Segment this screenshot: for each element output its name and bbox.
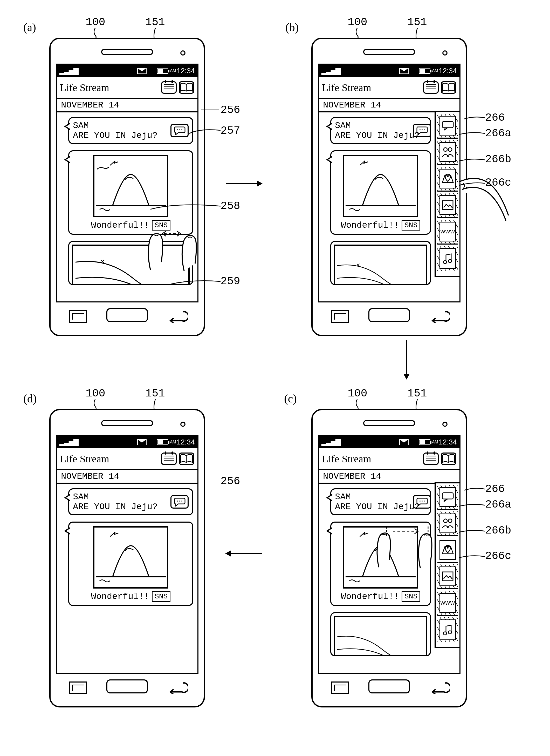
app-header: Life Stream	[319, 448, 459, 469]
mail-icon	[137, 439, 147, 445]
tray-photo-icon[interactable]	[437, 193, 458, 218]
tray-chat-icon[interactable]	[437, 114, 458, 139]
phone-b: ▂▃▅▇ AM 12:34 Life Stream NOVEMBER 14 SA…	[311, 38, 467, 336]
date-text: NOVEMBER 14	[323, 471, 381, 481]
tray-www-icon[interactable]: WWW	[437, 220, 458, 245]
ref-266b-b: 266b	[485, 153, 511, 166]
message-bubble[interactable]: SAM ARE YOU IN Jeju?	[68, 488, 193, 515]
calendar-icon[interactable]	[423, 453, 439, 465]
tray-map-pin-icon[interactable]	[437, 167, 458, 192]
ref-256-a: 256	[221, 104, 240, 116]
battery-icon	[157, 439, 168, 445]
photo-post[interactable]: Wonderful!! SNS	[68, 522, 193, 606]
status-bar: ▂▃▅▇ AM 12:34	[319, 65, 459, 77]
home-button[interactable]	[106, 308, 148, 322]
panel-b-label: (b)	[285, 21, 298, 34]
feed[interactable]: SAM ARE YOU IN Jeju? Wond	[57, 484, 198, 617]
sns-badge[interactable]: SNS	[402, 220, 420, 231]
tray-people-icon[interactable]	[437, 140, 458, 165]
leader	[201, 110, 219, 110]
arrow-b-to-c	[406, 340, 407, 379]
calendar-icon[interactable]	[161, 453, 177, 465]
calendar-icon[interactable]	[423, 81, 439, 94]
ref-266a-c: 266a	[485, 498, 511, 511]
app-title: Life Stream	[60, 82, 159, 94]
menu-button[interactable]	[331, 310, 349, 323]
svg-point-21	[447, 547, 448, 549]
svg-point-23	[177, 501, 178, 502]
home-button[interactable]	[368, 679, 410, 693]
ref-151-a: 151	[145, 16, 165, 29]
chat-icon[interactable]	[171, 124, 189, 137]
home-button[interactable]	[368, 308, 410, 322]
leader	[201, 481, 219, 481]
panel-a-label: (a)	[23, 21, 36, 34]
tray-chat-icon[interactable]	[437, 485, 458, 510]
ref-151-b: 151	[407, 16, 427, 29]
panel-c-label: (c)	[284, 392, 297, 405]
date-text: NOVEMBER 14	[61, 471, 119, 481]
svg-point-7	[424, 129, 425, 130]
status-bar: ▂▃▅▇ AM 12:34	[319, 436, 459, 448]
pinch-gesture-icon	[140, 215, 208, 273]
date-text: NOVEMBER 14	[61, 100, 119, 110]
svg-rect-13	[443, 201, 453, 210]
home-button[interactable]	[106, 679, 148, 693]
svg-point-0	[177, 129, 178, 130]
app-title: Life Stream	[322, 82, 421, 94]
tray-music-icon[interactable]	[437, 617, 458, 642]
menu-button[interactable]	[69, 681, 87, 694]
svg-rect-9	[442, 121, 453, 128]
ref-266-b: 266	[485, 112, 505, 124]
signal-icon: ▂▃▅▇	[321, 438, 340, 446]
message-bubble[interactable]: SAM ARE YOU IN Jeju?	[330, 117, 431, 144]
svg-point-10	[444, 148, 447, 151]
screen[interactable]: ▂▃▅▇ AM 12:34 Life Stream NOVEMBER 14 SA…	[318, 64, 460, 302]
arrow-c-to-d	[226, 553, 262, 554]
speaker	[363, 420, 415, 426]
screen[interactable]: ▂▃▅▇ AM 12:34 Life Stream NOVEMBER 14 SA…	[56, 435, 199, 674]
chat-icon[interactable]	[413, 495, 431, 509]
ref-100-a: 100	[86, 16, 105, 29]
feed[interactable]: SAM ARE YOU IN Jeju? Wond	[319, 484, 459, 667]
photo-caption: Wonderful!!	[341, 592, 399, 602]
signal-icon: ▂▃▅▇	[59, 67, 78, 75]
panel-d-label: (d)	[23, 392, 37, 405]
sns-badge[interactable]: SNS	[402, 591, 420, 602]
back-button[interactable]	[427, 681, 450, 694]
tray-www-icon[interactable]: WWW	[437, 591, 458, 616]
ref-100-c: 100	[348, 387, 367, 400]
book-icon[interactable]	[179, 81, 194, 94]
calendar-icon[interactable]	[161, 81, 177, 94]
ref-100-d: 100	[86, 387, 105, 400]
svg-point-16	[424, 501, 425, 502]
map-post[interactable]	[330, 241, 431, 285]
back-button[interactable]	[165, 681, 188, 694]
menu-button[interactable]	[69, 310, 87, 323]
tray-music-icon[interactable]	[437, 246, 458, 271]
chat-icon[interactable]	[413, 124, 431, 137]
speaker	[101, 49, 153, 55]
sns-badge[interactable]: SNS	[152, 591, 171, 602]
ref-266c-b: 266c	[485, 177, 511, 189]
book-icon[interactable]	[179, 453, 194, 465]
menu-button[interactable]	[331, 681, 349, 694]
back-button[interactable]	[427, 310, 450, 323]
svg-point-14	[419, 501, 420, 502]
app-title: Life Stream	[60, 453, 159, 465]
map-image	[334, 616, 427, 656]
book-icon[interactable]	[441, 453, 456, 465]
spread-gesture-icon	[368, 514, 444, 569]
book-icon[interactable]	[441, 81, 456, 94]
chat-icon[interactable]	[171, 495, 189, 509]
map-post[interactable]	[330, 612, 431, 656]
message-bubble[interactable]: SAM ARE YOU IN Jeju?	[68, 117, 193, 144]
ref-256-d: 256	[221, 475, 240, 488]
back-button[interactable]	[165, 310, 188, 323]
side-tray[interactable]: WWW	[434, 111, 459, 277]
feed[interactable]: SAM ARE YOU IN Jeju? Wond	[319, 112, 459, 296]
ref-258-a: 258	[221, 200, 240, 212]
message-bubble[interactable]: SAM ARE YOU IN Jeju?	[330, 488, 431, 515]
photo-post[interactable]: Wonderful!! SNS	[330, 150, 431, 235]
battery-icon	[419, 439, 430, 445]
